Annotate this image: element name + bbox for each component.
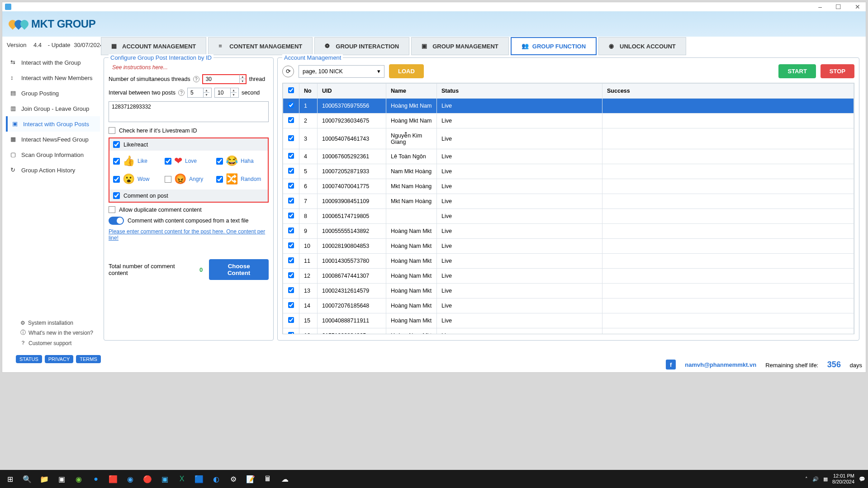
compose-file-toggle[interactable] [109, 217, 124, 225]
sidebar-item-interact-group[interactable]: ⇆Interact with the Group [6, 55, 100, 70]
refresh-button[interactable]: ⟳ [282, 66, 294, 77]
comment-post-checkbox[interactable] [113, 192, 120, 199]
wow-checkbox[interactable] [113, 176, 120, 183]
reaction-haha[interactable]: 😂Haha [216, 155, 264, 167]
taskbar-app[interactable]: 🔴 [140, 472, 155, 486]
tab-account-management[interactable]: ▦ACCOUNT MANAGEMENT [101, 37, 206, 55]
table-row[interactable]: 12100086747441307Hoàng Nam MktLive [283, 269, 854, 284]
post-id-input[interactable]: 1283712893332 [109, 101, 269, 122]
reaction-angry[interactable]: 😡Angry [165, 173, 213, 185]
table-row[interactable]: 14100072076185648Hoàng Nam MktLive [283, 298, 854, 313]
reaction-love[interactable]: ❤Love [165, 155, 213, 167]
threads-input[interactable] [203, 75, 239, 83]
select-all-checkbox[interactable] [288, 87, 294, 93]
row-checkbox[interactable] [288, 257, 294, 263]
random-checkbox[interactable] [216, 176, 223, 183]
contact-email[interactable]: namvh@phanmemmkt.vn [685, 361, 756, 368]
row-checkbox[interactable] [288, 213, 294, 218]
tab-group-management[interactable]: ▣GROUP MANAGEMENT [411, 37, 509, 55]
enter-content-link[interactable]: Please enter comment content for the pos… [109, 228, 269, 241]
down-arrow[interactable]: ▼ [204, 93, 209, 97]
row-checkbox[interactable] [288, 317, 294, 323]
tray-chevron[interactable]: ˄ [805, 476, 808, 482]
col-status[interactable]: Status [437, 84, 602, 99]
search-button[interactable]: 🔍 [20, 472, 34, 486]
maximize-button[interactable]: ☐ [833, 3, 844, 10]
taskbar-app[interactable]: ◉ [123, 472, 138, 486]
haha-checkbox[interactable] [216, 158, 223, 165]
table-row[interactable]: 6100074070041775Mkt Nam HoàngLive [283, 179, 854, 194]
facebook-icon[interactable]: f [666, 360, 676, 370]
down-arrow[interactable]: ▼ [240, 79, 246, 84]
whats-new-link[interactable]: ⓘWhat's new in the version? [20, 329, 93, 336]
table-row[interactable]: 1100053705975556Hoàng Mkt NamLive [283, 99, 854, 114]
taskbar-app[interactable]: ☁ [278, 472, 292, 486]
taskbar-app[interactable]: ▣ [54, 472, 69, 486]
row-checkbox[interactable] [288, 332, 294, 334]
interval-min-input[interactable] [188, 89, 203, 97]
up-arrow[interactable]: ▲ [231, 88, 237, 93]
row-checkbox[interactable] [288, 117, 294, 123]
like-checkbox[interactable] [113, 158, 120, 165]
row-checkbox[interactable] [288, 102, 294, 108]
sidebar-item-join-leave[interactable]: ▥Join Group - Leave Group [6, 101, 100, 116]
up-arrow[interactable]: ▲ [240, 75, 246, 79]
row-checkbox[interactable] [288, 168, 294, 174]
notepad-app[interactable]: 📝 [243, 472, 258, 486]
network-icon[interactable]: ▩ [823, 476, 828, 482]
table-row[interactable]: 4100067605292361Lê Toàn NgônLive [283, 149, 854, 164]
tab-group-function[interactable]: 👥GROUP FUNCTION [511, 37, 597, 55]
row-checkbox[interactable] [288, 183, 294, 189]
interval-min-spinner[interactable]: ▲▼ [187, 88, 212, 98]
help-icon[interactable]: ? [178, 90, 185, 96]
sidebar-item-group-posting[interactable]: ▤Group Posting [6, 85, 100, 101]
row-checkbox[interactable] [288, 272, 294, 278]
love-checkbox[interactable] [165, 158, 171, 165]
table-row[interactable]: 2100079236034675Hoàng Mkt NamLive [283, 114, 854, 128]
taskbar-app[interactable]: 🟦 [192, 472, 206, 486]
allow-dup-checkbox[interactable] [109, 206, 115, 213]
taskbar-app[interactable]: ● [89, 472, 103, 486]
start-button[interactable]: ⊞ [3, 472, 17, 486]
excel-app[interactable]: X [175, 472, 189, 486]
calculator-app[interactable]: 🖩 [261, 472, 275, 486]
table-row[interactable]: 3100054076461743Nguyễn Kim GiangLive [283, 128, 854, 149]
minimize-button[interactable]: – [816, 3, 825, 10]
taskbar-app[interactable]: ◉ [71, 472, 86, 486]
row-checkbox[interactable] [288, 242, 294, 248]
tab-content-management[interactable]: ≡CONTENT MANAGEMENT [208, 37, 313, 55]
table-row[interactable]: 5100072052871933Nam Mkt HoàngLive [283, 164, 854, 179]
table-row[interactable]: 1661551023834905Hoàng Nam MktLive [283, 328, 854, 335]
taskbar-app[interactable]: 🟥 [106, 472, 120, 486]
choose-content-button[interactable]: Choose Content [209, 259, 269, 280]
sidebar-item-newsfeed[interactable]: ▦Interact NewsFeed Group [6, 132, 100, 147]
livestream-checkbox[interactable] [109, 127, 115, 134]
taskbar-app[interactable]: ▣ [157, 472, 172, 486]
page-select[interactable]: page, 100 NICK ▾ [299, 65, 384, 78]
system-install-link[interactable]: ⚙System installation [20, 320, 93, 326]
sidebar-item-new-members[interactable]: ↕Interact with New Members [6, 70, 100, 85]
row-checkbox[interactable] [288, 153, 294, 159]
table-row[interactable]: 7100093908451109Mkt Nam HoàngLive [283, 194, 854, 209]
table-row[interactable]: 11100014305573780Hoàng Nam MktLive [283, 254, 854, 269]
load-button[interactable]: LOAD [389, 64, 424, 78]
volume-icon[interactable]: 🔊 [812, 476, 819, 482]
interval-max-spinner[interactable]: ▲▼ [214, 88, 239, 98]
sidebar-item-history[interactable]: ↻Group Action History [6, 162, 100, 178]
interval-max-input[interactable] [215, 89, 230, 97]
table-row[interactable]: 9100055555143892Hoàng Nam MktLive [283, 224, 854, 239]
table-row[interactable]: 15100040888711911Hoàng Nam MktLive [283, 313, 854, 328]
sidebar-item-interact-posts[interactable]: ▣Interact with Group Posts [6, 116, 100, 132]
reaction-wow[interactable]: 😮Wow [113, 173, 161, 185]
col-uid[interactable]: UID [318, 84, 386, 99]
tab-unlock-account[interactable]: ◉UNLOCK ACCOUNT [598, 37, 686, 55]
close-button[interactable]: ✕ [852, 3, 863, 10]
row-checkbox[interactable] [288, 287, 294, 293]
row-checkbox[interactable] [288, 135, 294, 141]
reaction-random[interactable]: 🔀Random [216, 173, 264, 185]
down-arrow[interactable]: ▼ [231, 93, 237, 97]
up-arrow[interactable]: ▲ [204, 88, 209, 93]
settings-app[interactable]: ⚙ [226, 472, 241, 486]
like-react-checkbox[interactable] [113, 141, 120, 148]
notification-icon[interactable]: 💬 [859, 476, 865, 482]
